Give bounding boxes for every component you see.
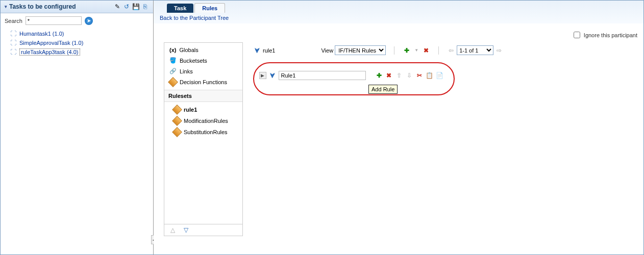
- ruleset-label: ModificationRules: [184, 118, 228, 124]
- side-label: Bucketsets: [180, 58, 207, 64]
- side-label: Links: [180, 68, 193, 74]
- dropdown-icon[interactable]: ▼: [412, 46, 420, 55]
- separator: [438, 46, 439, 55]
- ruleset-item[interactable]: ModificationRules: [164, 115, 242, 126]
- ruleset-label: rule1: [184, 107, 197, 113]
- ruleset-item[interactable]: SubstitutionRules: [164, 126, 242, 138]
- ruleset-icon: [172, 127, 182, 137]
- side-label: Globals: [179, 47, 198, 53]
- left-header: ▾ Tasks to be configured ✎ ↺ 💾 ⎘: [1, 1, 153, 13]
- export-icon[interactable]: ⎘: [141, 3, 149, 11]
- tooltip: Add Rule: [368, 85, 398, 94]
- search-go-icon[interactable]: ➤: [85, 17, 93, 25]
- side-item-globals[interactable]: (x) Globals: [164, 45, 242, 55]
- prev-page-icon[interactable]: ⇦: [447, 46, 455, 55]
- ignore-label: Ignore this participant: [584, 32, 637, 38]
- bucketsets-icon: 🪣: [169, 57, 177, 64]
- ruleset-icon: [172, 116, 182, 126]
- side-item-links[interactable]: 🔗 Links: [164, 66, 242, 76]
- copy-icon[interactable]: 📋: [426, 71, 434, 80]
- ruleset-icon: [172, 105, 182, 115]
- panel-title: Tasks to be configured: [9, 3, 76, 10]
- side-item-decision[interactable]: Decision Functions: [164, 76, 242, 88]
- decision-icon: [168, 77, 178, 87]
- add-rule-icon[interactable]: ✚: [403, 46, 411, 55]
- refresh-icon[interactable]: ↺: [122, 3, 131, 11]
- task-link[interactable]: Humantask1 (1.0): [19, 31, 64, 37]
- globals-icon: (x): [169, 47, 176, 53]
- search-input[interactable]: [26, 16, 82, 25]
- task-item[interactable]: ⛶ ruleTaskApp3task (4.0): [10, 47, 149, 57]
- task-link[interactable]: SimpleApprovalTask (1.0): [19, 40, 83, 46]
- delete-icon[interactable]: ✖: [422, 46, 430, 55]
- breadcrumb-link[interactable]: Back to the Participant Tree: [154, 13, 643, 25]
- arrow-down-icon[interactable]: ⇩: [405, 71, 413, 80]
- task-icon: ⛶: [10, 39, 17, 46]
- cut-icon[interactable]: ✂: [415, 71, 424, 80]
- view-label: View: [321, 47, 333, 54]
- page-select[interactable]: 1-1 of 1: [457, 45, 493, 55]
- tab-rules[interactable]: Rules: [194, 3, 225, 13]
- move-up-icon[interactable]: △: [168, 226, 177, 234]
- paste-icon[interactable]: 📄: [435, 71, 443, 80]
- chevron-down-icon[interactable]: ⮟: [268, 71, 277, 80]
- expand-row-icon[interactable]: ▶: [259, 72, 266, 79]
- add-icon[interactable]: ✚: [375, 71, 383, 80]
- rule-name: rule1: [263, 47, 275, 54]
- move-down-icon[interactable]: ▽: [182, 226, 190, 234]
- ignore-participant-checkbox[interactable]: [574, 32, 580, 38]
- side-item-bucketsets[interactable]: 🪣 Bucketsets: [164, 55, 242, 66]
- tab-task[interactable]: Task: [167, 4, 193, 13]
- side-label: Decision Functions: [180, 79, 227, 85]
- highlight-area: ▶ ⮟ ✚ ✖ ⇧ ⇩ ✂ 📋 📄 Add Rule: [253, 62, 455, 95]
- expand-icon[interactable]: ⮟: [253, 46, 261, 55]
- edit-icon[interactable]: ✎: [113, 3, 121, 11]
- collapse-icon[interactable]: ▾: [5, 4, 7, 9]
- arrow-up-icon[interactable]: ⇧: [395, 71, 403, 80]
- ruleset-label: SubstitutionRules: [184, 129, 228, 135]
- save-icon[interactable]: 💾: [132, 3, 140, 11]
- view-select[interactable]: IF/THEN Rules: [335, 45, 386, 55]
- task-link[interactable]: ruleTaskApp3task (4.0): [19, 48, 80, 56]
- rulesets-heading: Rulesets: [164, 90, 242, 102]
- rule-name-input[interactable]: [279, 71, 366, 80]
- task-icon: ⛶: [10, 30, 17, 37]
- links-icon: 🔗: [169, 68, 177, 74]
- task-item[interactable]: ⛶ SimpleApprovalTask (1.0): [10, 38, 149, 47]
- ruleset-item[interactable]: rule1: [164, 104, 242, 115]
- remove-icon[interactable]: ✖: [385, 71, 393, 80]
- search-label: Search: [5, 18, 22, 24]
- separator: [394, 46, 394, 55]
- task-item[interactable]: ⛶ Humantask1 (1.0): [10, 29, 149, 38]
- next-page-icon[interactable]: ⇨: [495, 46, 503, 55]
- task-icon: ⛶: [10, 48, 17, 56]
